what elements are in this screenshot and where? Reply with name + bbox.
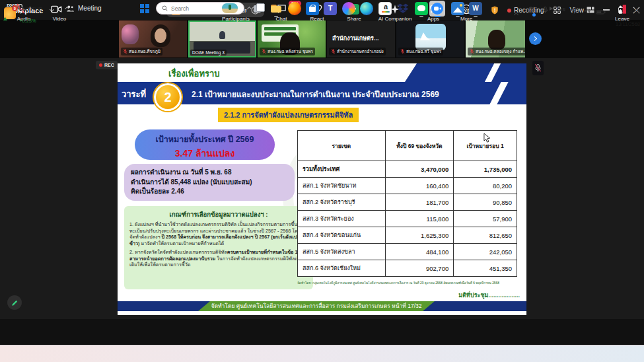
sync-tray-icon[interactable]	[527, 5, 535, 17]
participant-tile[interactable]: สนง.กษอ.คลองขลุง กำแพ...	[466, 20, 525, 57]
participant-video	[122, 24, 139, 44]
slide-topic: เรื่องเพื่อทราบ	[168, 67, 220, 81]
table-row: สสก.2 จังหวัดราชบุรี 181,700 90,850	[298, 194, 517, 211]
table-row: รวมทั้งประเทศ 3,470,000 1,735,000	[298, 161, 517, 178]
participants-options-chevron[interactable]	[246, 7, 251, 11]
word-icon[interactable]	[469, 2, 482, 15]
teams-icon[interactable]	[324, 2, 337, 15]
row-value: 451,350	[454, 260, 517, 277]
table-row: สสก.1 จังหวัดชัยนาท 160,400 80,200	[298, 178, 517, 194]
running-app-indicator	[419, 16, 423, 17]
task-view-button[interactable]	[252, 2, 265, 15]
filmstrip-next-page-button[interactable]	[529, 32, 542, 45]
windows-taskbar	[0, 345, 644, 362]
row-value: 1,625,300	[385, 227, 454, 244]
progress-line: ดำเนินการได้ 85,448 แปลง (นับแบบสะสม)	[131, 178, 288, 188]
goal-title: เป้าหมายทั้งประเทศ ปี 2569	[135, 133, 275, 146]
zoom-app-active[interactable]	[429, 1, 445, 17]
chevron-right-icon	[532, 36, 537, 40]
participant-name-label: DOAE Meeting 3	[190, 50, 227, 55]
row-label: สสก.4 จังหวัดขอนแก่น	[298, 227, 386, 244]
row-label: สสก.6 จังหวัดเชียงใหม่	[298, 260, 386, 277]
slide-footer-credit: จัดทำโดย ศูนย์เทคโนโลยีสารสนเทศและการสื่…	[198, 301, 435, 311]
participant-tile[interactable]: สนง.กษอ.ศีขรภูมิ	[119, 20, 187, 57]
copilot-icon[interactable]	[342, 2, 355, 15]
row-label: รวมทั้งประเทศ	[298, 161, 386, 178]
goal-value: 3.47 ล้านแปลง	[135, 146, 275, 161]
photos-app-icon[interactable]	[451, 2, 464, 15]
muted-mic-icon	[262, 49, 266, 54]
zoom-app-icon	[431, 3, 443, 15]
location-in-use-tray-icon[interactable]	[550, 7, 553, 11]
hidden-icons-chevron[interactable]	[515, 7, 518, 19]
windows-logo-icon	[140, 4, 144, 8]
taskbar-widgets-button[interactable]: 5 CNY/THB+0.23%	[4, 1, 43, 25]
stock-pair: CNY/THB	[19, 6, 43, 12]
taskbar-search[interactable]	[156, 2, 244, 15]
participant-tile-active-speaker[interactable]: DOAE Meeting 3	[188, 20, 256, 57]
zoom-workplace-window: zoom Workplace Meeting DM DOAE Meeting 3…	[0, 0, 644, 362]
participants-label: Participants	[213, 16, 259, 22]
file-explorer-icon[interactable]	[269, 2, 283, 15]
muted-mic-icon	[123, 49, 127, 54]
apps-label: Apps	[421, 16, 445, 22]
start-button[interactable]	[140, 4, 149, 13]
column-header: ทั้งปี 69 ของจังหวัด	[385, 131, 454, 161]
table-row: สสก.4 จังหวัดขอนแก่น 1,625,300 812,650	[298, 227, 517, 244]
amazon-icon[interactable]	[378, 2, 392, 15]
taskbar-clock[interactable]: 14:3213/11/2568	[616, 3, 640, 29]
wifi-tray-icon[interactable]	[570, 5, 579, 17]
participant-video	[155, 28, 166, 43]
muted-mic-icon	[470, 49, 474, 54]
row-value: 3,470,000	[385, 161, 454, 178]
microsoft-store-icon[interactable]	[306, 2, 319, 15]
volume-tray-icon[interactable]	[583, 5, 591, 17]
row-value: 812,650	[454, 227, 517, 244]
search-input[interactable]	[171, 5, 219, 12]
rec-badge: REC	[96, 61, 118, 69]
annotation-pencil-button[interactable]	[7, 295, 22, 310]
active-app-indicator	[435, 16, 441, 17]
video-button[interactable]: Video	[44, 3, 75, 22]
edge-icon[interactable]	[360, 2, 373, 15]
row-label: สสก.3 จังหวัดระยอง	[298, 211, 386, 227]
battery-tray-icon[interactable]	[596, 6, 606, 18]
search-icon	[162, 5, 168, 11]
row-value: 160,400	[385, 178, 454, 194]
participant-tile[interactable]: สนง.กษอ.สวี ชุมพร	[396, 20, 464, 57]
stock-change: +0.23%	[19, 18, 36, 24]
firefox-icon[interactable]	[288, 2, 301, 15]
participant-video	[488, 30, 505, 50]
participant-video	[219, 31, 225, 39]
criteria-box: เกณฑ์การเลือกข้อมูลมาวาดแปลงฯ : 1. ผังแป…	[124, 206, 313, 289]
participant-tile[interactable]: สำนักงานเกษตร... สำนักงานเกษตรอำเภอปง	[327, 20, 395, 57]
windows-logo-icon	[140, 9, 144, 13]
row-value: 80,200	[454, 178, 517, 194]
line-app-icon[interactable]	[415, 2, 428, 15]
participant-name-label: สนง.กษอ.ศีขรภูมิ	[121, 48, 162, 55]
progress-line: ผลการดำเนินงาน ณ วันที่ 5 พ.ย. 68	[131, 168, 288, 178]
camera-icon	[51, 5, 62, 14]
criteria-title: เกณฑ์การเลือกข้อมูลมาวาดแปลงฯ :	[129, 209, 308, 219]
progress-box: ผลการดำเนินงาน ณ วันที่ 5 พ.ย. 68 ดำเนิน…	[124, 164, 295, 201]
chat-label: Chat	[267, 16, 296, 22]
language-indicator[interactable]: ไทย	[556, 5, 565, 14]
security-shield-icon[interactable]	[491, 6, 499, 15]
running-app-indicator	[456, 16, 460, 17]
row-value: 242,050	[454, 244, 517, 260]
clock-date: 13/11/2568	[616, 21, 640, 27]
presenter-muted-mic-indicator	[532, 61, 544, 75]
column-header: รายเขต	[298, 131, 386, 161]
participant-tile[interactable]: สนง.กษอ.หลังสวน ชุมพร	[258, 20, 326, 57]
muted-mic-icon	[331, 49, 336, 54]
agenda-subtopic-chip: 2.1.2 การจัดทำผังแปลงเกษตรกรรมดิจิทัล	[218, 108, 359, 122]
mic-in-use-tray-icon[interactable]	[542, 5, 548, 17]
participant-name-label: สนง.กษอ.คลองขลุง กำแพ...	[468, 48, 525, 55]
dropbox-icon[interactable]	[396, 2, 410, 15]
row-value: 57,900	[454, 211, 517, 227]
row-value: 902,700	[385, 260, 454, 277]
rec-dot-icon	[99, 63, 102, 67]
participant-avatar	[415, 24, 446, 50]
criteria-item-1: 1. ผังแปลงฯ ที่นำมาใช้วาดผังแปลงเกษตรกรร…	[129, 221, 308, 246]
video-options-chevron[interactable]	[64, 7, 69, 11]
